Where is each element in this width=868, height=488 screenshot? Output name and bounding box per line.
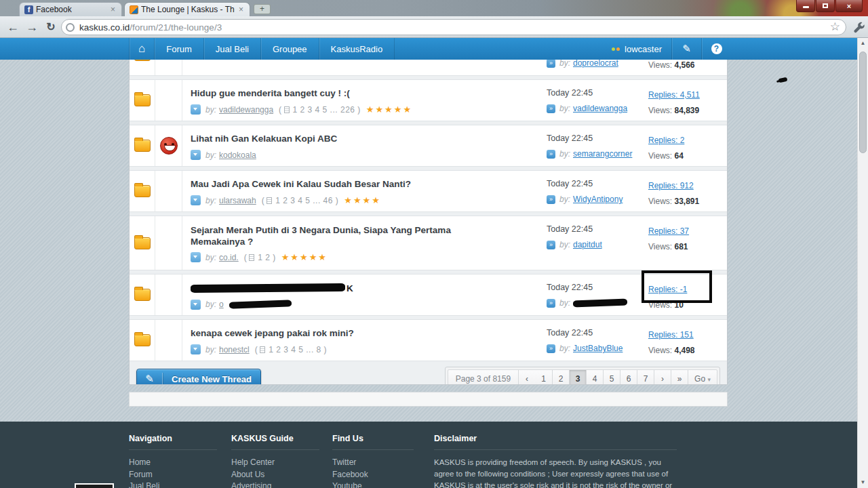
last-post-author-link[interactable]: WidyAntipony [573,195,623,204]
thread-title[interactable]: Lihat nih Gan Kelakuan Kopi ABC [191,134,541,144]
page-security-icon[interactable] [66,23,75,32]
last-post-author-link[interactable]: JustBabyBlue [573,344,623,353]
new-tab-button[interactable]: + [254,4,271,14]
thread-page-links[interactable]: (1 2 3 4 5 ... 46 ) [262,196,339,205]
footer-link[interactable]: Facebook [332,469,414,481]
forward-button[interactable]: → [23,18,41,36]
page-number-button[interactable]: 5 [603,370,620,385]
compose-pencil-icon[interactable]: ✎ [671,38,701,60]
tab-facebook[interactable]: f Facebook × [19,2,122,16]
chevron-down-icon[interactable] [191,104,201,115]
goto-last-post-icon[interactable]: » [547,104,555,113]
thread-page-links[interactable]: (1 2 3 4 5 ... 226 ) [279,105,361,115]
nav-item-forum[interactable]: Forum [155,38,204,60]
goto-last-post-icon[interactable]: » [547,241,555,249]
replies-link[interactable]: Replies: 151 [648,330,694,340]
chevron-down-icon[interactable] [191,300,201,310]
page-number-button[interactable]: 3 [569,370,586,385]
thread-title[interactable]: Mau Jadi Apa Cewek ini Kalau Sudah Besar… [191,179,541,189]
last-post-author-link[interactable]: dapitdut [573,240,602,249]
chevron-down-icon[interactable] [191,150,201,160]
goto-last-post-icon[interactable]: » [547,299,555,308]
thread-author-link[interactable]: ularsawah [219,196,256,205]
tab-close-icon[interactable]: × [109,5,117,14]
page-number-button[interactable]: 2 [552,370,569,385]
bookmark-star-icon[interactable]: ☆ [830,20,840,34]
footer-link[interactable]: Youtube [332,481,414,488]
help-button[interactable]: ? [701,38,731,60]
tab-kaskus-lounge[interactable]: The Lounge | Kaskus - The L × [124,2,250,16]
thread-author-link[interactable]: vadildewangga [219,105,273,115]
page-numbers[interactable]: 1 2 3 4 5 ... 46 ) [275,196,338,205]
footer-link[interactable]: About Us [231,469,319,481]
thread-row: Hidup gue menderita bangett cuy ! :(by:v… [130,79,727,121]
thread-author-link[interactable]: honestcl [219,345,250,354]
create-new-thread-button[interactable]: ✎ Create New Thread [136,369,261,386]
restore-button[interactable] [816,0,835,12]
footer-link[interactable]: Home [129,457,217,469]
page-number-button[interactable]: 1 [535,370,552,385]
next-page-button[interactable]: › [654,370,671,385]
wrench-menu-icon[interactable] [852,21,865,35]
page-number-button[interactable]: 6 [620,370,637,385]
replies-link[interactable]: Replies: 37 [648,226,689,236]
goto-last-post-icon[interactable]: » [547,150,555,159]
thread-title[interactable]: Sejarah Merah Putih di 3 Negara Dunia, S… [191,224,475,247]
thread-title[interactable]: kenapa cewek jepang pakai rok mini? [191,328,541,338]
goto-last-post-icon[interactable]: » [547,344,555,353]
last-page-button[interactable]: » [671,370,688,385]
home-icon[interactable]: ⌂ [129,38,155,60]
close-button[interactable]: × [835,0,863,12]
replies-link[interactable]: Replies: 912 [648,181,694,190]
censored-author-blob [229,300,292,309]
page-number-button[interactable]: 7 [637,370,654,385]
thread-row: by:tosandanu(1 2 3 4 5 ... 7 )★★★★★ »by:… [130,60,727,76]
thread-page-links[interactable]: (1 2 3 4 5 ... 8 ) [255,345,327,354]
nav-item-kaskusradio[interactable]: KaskusRadio [319,38,395,60]
last-post-author-link[interactable]: doproelocrat [573,60,618,68]
thread-title[interactable]: K [191,283,541,293]
tab-close-icon[interactable]: × [237,5,245,14]
chevron-down-icon[interactable] [191,344,201,354]
footer-link[interactable]: Help Center [231,457,319,469]
last-post-author-link[interactable]: semarangcorner [573,149,632,159]
url-text[interactable]: kaskus.co.id/forum/21/the-lounge/3 [79,22,222,33]
page-numbers[interactable]: 1 2 3 4 5 ... 226 ) [293,105,361,115]
address-bar[interactable]: kaskus.co.id/forum/21/the-lounge/3 ☆ [61,19,846,35]
nav-item-groupee[interactable]: Groupee [261,38,319,60]
thread-page-links[interactable]: (1 2 ) [244,253,276,262]
footer-link[interactable]: Advertising [231,481,319,488]
goto-last-post-icon[interactable]: » [547,60,555,68]
replies-link[interactable]: Replies: 2 [648,136,684,145]
scroll-down-icon[interactable]: ▼ [858,477,868,488]
scrollbar-thumb[interactable] [859,52,867,153]
below-content-bar [129,392,728,407]
goto-last-post-icon[interactable]: » [547,195,555,204]
back-button[interactable]: ← [4,18,22,36]
go-to-page-dropdown[interactable]: Go ▾ [688,370,717,385]
minimize-button[interactable] [796,0,815,12]
footer-link[interactable]: Jual Beli [129,481,217,488]
last-post-author-link[interactable]: vadildewangga [573,104,627,113]
replies-link[interactable]: Replies: 4,511 [648,90,700,100]
page-number-button[interactable]: 4 [586,370,603,385]
footer-link[interactable]: Twitter [332,457,414,469]
nav-item-jual-beli[interactable]: Jual Beli [204,38,261,60]
user-menu[interactable]: lowcaster [602,38,671,60]
browser-scrollbar[interactable]: ▲ ▼ [857,38,868,488]
page-numbers[interactable]: 1 2 ) [258,253,276,262]
last-post-by-line: »by: [547,298,648,308]
thread-title[interactable]: Hidup gue menderita bangett cuy ! :( [191,88,541,98]
chevron-down-icon[interactable] [191,252,201,262]
footer-link[interactable]: Forum [129,469,217,481]
scroll-up-icon[interactable]: ▲ [858,38,868,49]
thread-author-link[interactable]: kodokoala [219,150,256,160]
prev-page-button[interactable]: ‹ [518,370,535,385]
thread-emoji-cell [155,320,182,361]
thread-author-link[interactable]: co.id. [219,253,239,262]
reload-button[interactable]: ↻ [42,18,60,36]
thread-row: Sejarah Merah Putih di 3 Negara Dunia, S… [130,216,727,270]
chevron-down-icon[interactable] [191,195,201,205]
page-numbers[interactable]: 1 2 3 4 5 ... 8 ) [269,345,327,354]
thread-author-link[interactable]: o [219,300,224,309]
